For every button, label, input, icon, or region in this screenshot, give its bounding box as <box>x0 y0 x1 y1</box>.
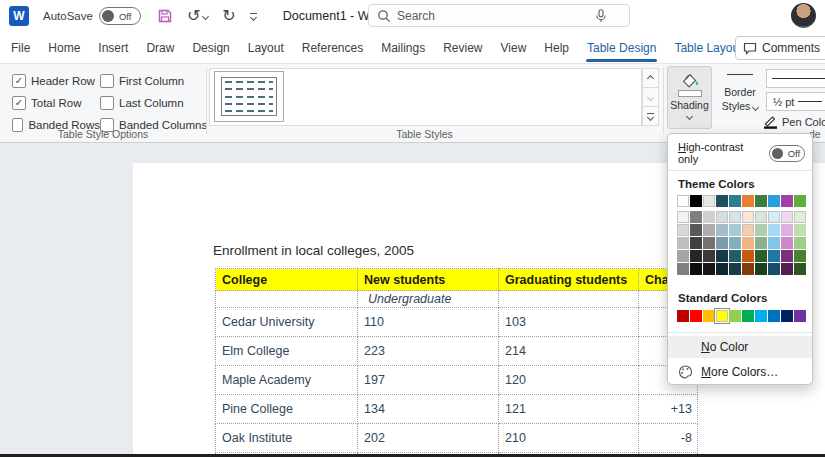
theme-color-swatch[interactable] <box>677 250 689 262</box>
table-style-thumbnail[interactable] <box>214 71 284 122</box>
theme-color-swatch[interactable] <box>677 195 689 207</box>
comments-button[interactable]: Comments <box>735 36 825 60</box>
theme-color-swatch[interactable] <box>768 195 780 207</box>
theme-color-swatch[interactable] <box>716 224 728 236</box>
table-cell[interactable]: 197 <box>358 366 499 395</box>
theme-color-swatch[interactable] <box>690 195 702 207</box>
theme-color-swatch[interactable] <box>755 237 767 249</box>
table-cell[interactable] <box>216 291 358 308</box>
theme-color-swatch[interactable] <box>703 237 715 249</box>
tab-references[interactable]: References <box>293 35 372 61</box>
save-icon[interactable] <box>157 8 173 24</box>
theme-color-swatch[interactable] <box>716 263 728 275</box>
theme-color-swatch[interactable] <box>703 224 715 236</box>
table-column-header[interactable]: College <box>216 269 358 291</box>
theme-color-swatch[interactable] <box>781 195 793 207</box>
theme-color-swatch[interactable] <box>690 237 702 249</box>
standard-color-swatch[interactable] <box>677 310 689 322</box>
theme-color-swatch[interactable] <box>794 237 806 249</box>
table-cell[interactable]: -8 <box>639 424 698 453</box>
standard-color-swatch[interactable] <box>742 310 754 322</box>
undo-button[interactable]: ↺ <box>187 8 208 24</box>
theme-color-swatch[interactable] <box>755 224 767 236</box>
shading-button[interactable]: Shading <box>667 66 712 129</box>
theme-color-swatch[interactable] <box>768 237 780 249</box>
theme-color-swatch[interactable] <box>742 195 754 207</box>
theme-color-swatch[interactable] <box>781 211 793 223</box>
checkbox-total-row[interactable]: ✓Total Row <box>12 96 100 110</box>
line-style-dropdown[interactable] <box>766 69 825 88</box>
tab-layout[interactable]: Layout <box>239 35 293 61</box>
tab-insert[interactable]: Insert <box>89 35 137 61</box>
table-cell[interactable]: Cedar University <box>216 308 358 337</box>
table-cell[interactable]: 120 <box>499 366 639 395</box>
theme-color-swatch[interactable] <box>716 195 728 207</box>
theme-color-swatch[interactable] <box>755 250 767 262</box>
checkbox-header-row[interactable]: ✓Header Row <box>12 74 100 88</box>
tab-view[interactable]: View <box>492 35 536 61</box>
theme-color-swatch[interactable] <box>794 263 806 275</box>
table-cell[interactable]: Pine College <box>216 395 358 424</box>
theme-color-swatch[interactable] <box>755 195 767 207</box>
table-cell[interactable]: Undergraduate <box>358 291 499 308</box>
table-cell[interactable]: Maple Academy <box>216 366 358 395</box>
theme-color-swatch[interactable] <box>742 263 754 275</box>
microphone-icon[interactable] <box>595 9 607 23</box>
gallery-scroll-up-button[interactable] <box>642 68 659 88</box>
word-logo-icon[interactable]: W <box>9 6 29 26</box>
theme-color-swatch[interactable] <box>768 211 780 223</box>
theme-color-swatch[interactable] <box>781 237 793 249</box>
line-weight-dropdown[interactable]: ½ pt <box>766 92 825 111</box>
tab-mailings[interactable]: Mailings <box>372 35 434 61</box>
checkbox-last-column[interactable]: Last Column <box>100 96 220 110</box>
table-cell[interactable]: Oak Institute <box>216 424 358 453</box>
theme-color-swatch[interactable] <box>742 224 754 236</box>
tab-file[interactable]: File <box>2 35 39 61</box>
theme-color-swatch[interactable] <box>716 237 728 249</box>
theme-color-swatch[interactable] <box>703 250 715 262</box>
table-cell[interactable]: +13 <box>639 395 698 424</box>
table-cell[interactable]: 223 <box>358 337 499 366</box>
tab-home[interactable]: Home <box>39 35 89 61</box>
theme-color-swatch[interactable] <box>703 195 715 207</box>
theme-color-swatch[interactable] <box>677 263 689 275</box>
table-cell[interactable]: 121 <box>499 395 639 424</box>
tab-help[interactable]: Help <box>535 35 578 61</box>
standard-color-swatch[interactable] <box>755 310 767 322</box>
theme-color-swatch[interactable] <box>677 224 689 236</box>
theme-color-swatch[interactable] <box>677 237 689 249</box>
standard-color-swatch[interactable] <box>703 310 715 322</box>
theme-color-swatch[interactable] <box>690 263 702 275</box>
user-avatar[interactable] <box>791 3 816 28</box>
theme-color-swatch[interactable] <box>742 237 754 249</box>
standard-color-swatch[interactable] <box>729 310 741 322</box>
theme-color-swatch[interactable] <box>755 263 767 275</box>
theme-color-swatch[interactable] <box>690 224 702 236</box>
tab-design[interactable]: Design <box>183 35 238 61</box>
theme-color-swatch[interactable] <box>729 237 741 249</box>
tab-draw[interactable]: Draw <box>137 35 183 61</box>
theme-color-swatch[interactable] <box>781 250 793 262</box>
theme-color-swatch[interactable] <box>716 250 728 262</box>
table-column-header[interactable]: Graduating students <box>499 269 639 291</box>
theme-color-swatch[interactable] <box>742 250 754 262</box>
redo-button[interactable]: ↻ <box>222 8 235 24</box>
theme-color-swatch[interactable] <box>794 195 806 207</box>
no-color-menu-item[interactable]: No Color <box>668 336 812 358</box>
table-cell[interactable]: 134 <box>358 395 499 424</box>
theme-color-swatch[interactable] <box>703 211 715 223</box>
theme-color-swatch[interactable] <box>768 263 780 275</box>
customize-toolbar-icon[interactable] <box>250 13 257 20</box>
high-contrast-toggle[interactable]: Off <box>769 145 805 162</box>
theme-color-swatch[interactable] <box>755 211 767 223</box>
theme-color-swatch[interactable] <box>703 263 715 275</box>
standard-color-swatch[interactable] <box>781 310 793 322</box>
table-cell[interactable]: Elm College <box>216 337 358 366</box>
more-colors-menu-item[interactable]: More Colors… <box>668 361 812 383</box>
tab-table-design[interactable]: Table Design <box>578 35 665 61</box>
theme-color-swatch[interactable] <box>742 211 754 223</box>
standard-color-swatch[interactable] <box>690 310 702 322</box>
standard-color-swatch[interactable] <box>716 310 728 322</box>
document-heading[interactable]: Enrollment in local colleges, 2005 <box>213 243 414 258</box>
theme-color-swatch[interactable] <box>729 263 741 275</box>
